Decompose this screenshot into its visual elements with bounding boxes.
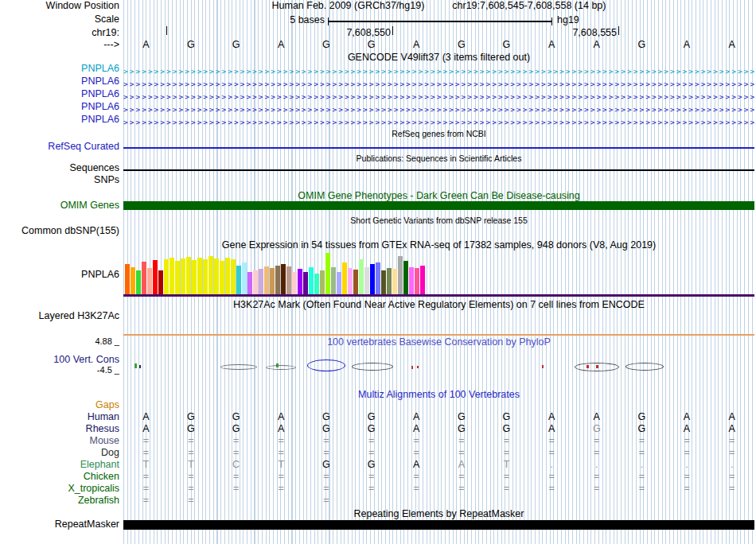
gtex-tissue-bar-33[interactable] xyxy=(303,272,308,294)
label-pnpla6-1[interactable]: PNPLA6 xyxy=(0,64,119,74)
gtex-tissue-bar-43[interactable] xyxy=(359,259,364,294)
gtex-tissue-bar-28[interactable] xyxy=(275,266,280,294)
phylop-track-header[interactable]: 100 vertebrates Basewise Conservation by… xyxy=(123,337,754,348)
label-species-zebrafish[interactable]: Zebrafish xyxy=(0,495,119,506)
h3k27ac-track-header[interactable]: H3K27Ac Mark (Often Found Near Active Re… xyxy=(123,300,754,310)
gtex-tissue-bar-3[interactable] xyxy=(136,270,141,294)
gencode-transcript-5[interactable]: >>>>>>>>>>>>>>>>>>>>>>>>>>>>>>>>>>>>>>>>… xyxy=(123,118,754,127)
gtex-tissue-bar-36[interactable] xyxy=(320,270,325,294)
label-repeatmasker[interactable]: RepeatMasker xyxy=(0,519,119,530)
gtex-tissue-bar-23[interactable] xyxy=(247,272,252,294)
gtex-tissue-bar-40[interactable] xyxy=(342,262,347,294)
label-species-rhesus[interactable]: Rhesus xyxy=(0,424,119,434)
label-snps[interactable]: SNPs xyxy=(0,175,119,185)
gtex-tissue-bar-15[interactable] xyxy=(203,259,208,294)
gtex-tissue-bar-16[interactable] xyxy=(208,256,213,294)
gtex-tissue-bar-38[interactable] xyxy=(331,267,336,294)
label-omim-genes[interactable]: OMIM Genes xyxy=(0,200,119,211)
gtex-tissue-bar-31[interactable] xyxy=(292,272,297,294)
gtex-tissue-bar-34[interactable] xyxy=(309,267,314,294)
gtex-tissue-bar-5[interactable] xyxy=(147,268,152,294)
label-species-elephant[interactable]: Elephant xyxy=(0,460,119,470)
omim-genes-track[interactable] xyxy=(123,201,754,210)
gtex-tissue-bar-4[interactable] xyxy=(142,262,146,294)
label-common-dbsnp[interactable]: Common dbSNP(155) xyxy=(0,226,119,236)
label-species-chicken[interactable]: Chicken xyxy=(0,472,119,482)
gtex-tissue-bar-53[interactable] xyxy=(415,268,419,294)
gtex-tissue-bar-49[interactable] xyxy=(392,269,397,294)
omim-track-header[interactable]: OMIM Gene Phenotypes - Dark Green Can Be… xyxy=(123,191,754,201)
gencode-transcript-1[interactable]: >>>>>>>>>>>>>>>>>>>>>>>>>>>>>>>>>>>>>>>>… xyxy=(123,67,754,76)
gtex-tissue-bar-27[interactable] xyxy=(270,268,275,294)
gtex-tissue-bar-48[interactable] xyxy=(387,268,392,294)
label-pnpla6-4[interactable]: PNPLA6 xyxy=(0,102,119,112)
multiz-track-header[interactable]: Multiz Alignments of 100 Vertebrates xyxy=(123,390,754,400)
gtex-tissue-bar-10[interactable] xyxy=(175,261,180,294)
label-species-gaps[interactable]: Gaps xyxy=(0,400,119,410)
gtex-tissue-bar-47[interactable] xyxy=(381,270,386,294)
label-sequences[interactable]: Sequences xyxy=(0,163,119,173)
gtex-tissue-bar-42[interactable] xyxy=(353,270,358,294)
align-elephant-base-12: . xyxy=(633,460,650,470)
sequences-track[interactable] xyxy=(123,169,754,171)
label-species-mouse[interactable]: Mouse xyxy=(0,436,119,446)
gtex-tissue-bar-19[interactable] xyxy=(225,258,230,294)
dbsnp-track-header[interactable]: Short Genetic Variants from dbSNP releas… xyxy=(123,216,754,226)
gtex-tissue-bar-35[interactable] xyxy=(314,274,319,294)
gtex-tissue-bar-32[interactable] xyxy=(298,269,302,294)
gtex-tissue-bar-46[interactable] xyxy=(376,262,380,294)
gtex-tissue-bar-39[interactable] xyxy=(337,272,341,294)
gtex-tissue-bar-44[interactable] xyxy=(364,267,369,294)
gtex-tissue-bar-41[interactable] xyxy=(348,268,353,294)
label-100-vert-cons[interactable]: 100 Vert. Cons xyxy=(0,355,119,365)
label-pnpla6-2[interactable]: PNPLA6 xyxy=(0,76,119,87)
gtex-tissue-bar-14[interactable] xyxy=(197,258,202,294)
label-species-dog[interactable]: Dog xyxy=(0,448,119,458)
gtex-tissue-bar-51[interactable] xyxy=(403,261,408,294)
gencode-transcript-3[interactable]: >>>>>>>>>>>>>>>>>>>>>>>>>>>>>>>>>>>>>>>>… xyxy=(123,92,754,102)
gtex-tissue-bar-8[interactable] xyxy=(164,259,169,294)
gtex-tissue-bar-18[interactable] xyxy=(220,261,224,294)
gtex-tissue-bar-45[interactable] xyxy=(370,264,375,294)
label-species-x-tropicalis[interactable]: X_tropicalis xyxy=(0,484,119,494)
gtex-tissue-bar-12[interactable] xyxy=(186,257,191,294)
gtex-tissue-bar-22[interactable] xyxy=(242,262,247,294)
gencode-transcript-4[interactable]: >>>>>>>>>>>>>>>>>>>>>>>>>>>>>>>>>>>>>>>>… xyxy=(123,105,754,115)
gencode-transcript-2[interactable]: >>>>>>>>>>>>>>>>>>>>>>>>>>>>>>>>>>>>>>>>… xyxy=(123,80,754,89)
gtex-tissue-bar-6[interactable] xyxy=(153,260,158,294)
label-pnpla6-5[interactable]: PNPLA6 xyxy=(0,115,119,125)
gtex-tissue-bar-21[interactable] xyxy=(236,266,241,294)
gtex-tissue-bar-29[interactable] xyxy=(281,264,286,294)
h3k27ac-baseline[interactable] xyxy=(123,334,754,336)
repeatmasker-track[interactable] xyxy=(123,520,754,530)
label-pnpla6-3[interactable]: PNPLA6 xyxy=(0,89,119,99)
publications-track-header[interactable]: Publications: Sequences in Scientific Ar… xyxy=(123,153,754,164)
gtex-tissue-bar-7[interactable] xyxy=(158,270,163,294)
label-species-human[interactable]: Human xyxy=(0,412,119,422)
gtex-tissue-bar-37[interactable] xyxy=(325,253,330,294)
gtex-tissue-bar-13[interactable] xyxy=(192,260,197,294)
gtex-tissue-bar-30[interactable] xyxy=(286,266,291,294)
gtex-baseline[interactable] xyxy=(123,294,754,297)
label-layered-h3k27ac[interactable]: Layered H3K27Ac xyxy=(0,311,119,321)
gtex-tissue-bar-50[interactable] xyxy=(398,256,403,294)
gtex-tissue-bar-26[interactable] xyxy=(264,266,269,294)
refseq-track-header[interactable]: RefSeq genes from NCBI xyxy=(123,129,754,139)
gtex-tissue-bar-25[interactable] xyxy=(259,269,263,294)
gtex-tissue-bar-54[interactable] xyxy=(420,266,425,294)
label-pnpla6-gtex[interactable]: PNPLA6 xyxy=(0,270,119,280)
gencode-track-header[interactable]: GENCODE V49lift37 (3 items filtered out) xyxy=(123,52,754,63)
refseq-curated-track[interactable] xyxy=(123,147,754,149)
gtex-tissue-bar-20[interactable] xyxy=(231,259,236,294)
gtex-tissue-bar-2[interactable] xyxy=(131,267,135,294)
gtex-tissue-bar-52[interactable] xyxy=(409,267,414,294)
gtex-tissue-bar-24[interactable] xyxy=(253,270,258,294)
repeatmasker-track-header[interactable]: Repeating Elements by RepeatMasker xyxy=(123,509,754,519)
gtex-tissue-bar-17[interactable] xyxy=(214,258,219,294)
gtex-tissue-bar-1[interactable] xyxy=(125,264,130,294)
align-mouse-base-1: = xyxy=(137,436,154,446)
gtex-tissue-bar-11[interactable] xyxy=(181,258,185,294)
gtex-track-header[interactable]: Gene Expression in 54 tissues from GTEx … xyxy=(123,240,754,251)
label-refseq-curated[interactable]: RefSeq Curated xyxy=(0,142,119,152)
gtex-tissue-bar-9[interactable] xyxy=(170,258,174,294)
